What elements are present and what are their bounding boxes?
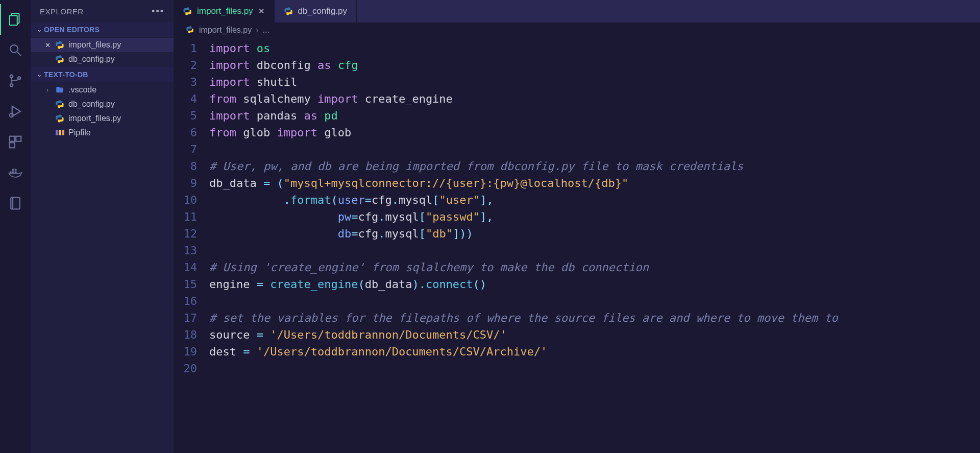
python-icon [55, 114, 64, 123]
activity-bar [0, 0, 31, 453]
activity-search[interactable] [0, 35, 31, 65]
code-line[interactable]: # User, pw, and db are being imported fr… [209, 158, 980, 175]
breadcrumb[interactable]: import_files.py › ... [174, 22, 980, 38]
code-line[interactable]: import shutil [209, 74, 980, 90]
activity-docker[interactable] [0, 157, 31, 188]
code-line[interactable]: from glob import glob [209, 124, 980, 141]
line-number: 12 [174, 225, 197, 242]
code-editor[interactable]: 1234567891011121314151617181920 import o… [174, 38, 980, 453]
line-number: 5 [174, 107, 197, 124]
line-number: 20 [174, 360, 197, 377]
python-icon [55, 40, 64, 50]
tree-file[interactable]: import_files.py [31, 111, 174, 126]
breadcrumb-trail: ... [262, 26, 269, 35]
code-line[interactable]: # Using 'create_engine' from sqlalchemy … [209, 259, 980, 276]
svg-rect-9 [9, 136, 14, 141]
python-icon [183, 7, 192, 16]
line-number: 14 [174, 259, 197, 276]
close-icon[interactable]: ✕ [258, 7, 265, 16]
close-icon[interactable]: ✕ [44, 41, 51, 49]
pipfile-icon [55, 128, 64, 137]
line-number: 16 [174, 293, 197, 309]
line-number: 7 [174, 141, 197, 158]
open-editors-label: OPEN EDITORS [44, 26, 100, 34]
file-name: import_files.py [68, 114, 121, 123]
line-number: 2 [174, 57, 197, 74]
search-icon [8, 42, 23, 58]
python-icon [55, 100, 64, 109]
python-icon [55, 55, 64, 64]
open-editors-header[interactable]: ⌄ OPEN EDITORS [31, 22, 174, 37]
code-line[interactable]: dest = '/Users/toddbrannon/Documents/CSV… [209, 343, 980, 360]
svg-point-4 [10, 75, 13, 78]
file-name: db_config.py [68, 100, 115, 109]
tree-folder[interactable]: › .vscode [31, 83, 174, 97]
line-number: 10 [174, 192, 197, 208]
code-line[interactable]: engine = create_engine(db_data).connect(… [209, 276, 980, 293]
svg-rect-16 [14, 169, 16, 171]
svg-point-8 [9, 113, 13, 117]
code-line[interactable]: # set the variables for the filepaths of… [209, 309, 980, 326]
code-line[interactable] [209, 141, 980, 158]
line-number: 6 [174, 124, 197, 141]
file-name: import_files.py [68, 40, 121, 50]
open-editors-list: ✕ import_files.py db_config.py [31, 37, 174, 67]
explorer-title: EXPLORER [40, 7, 84, 16]
line-number: 13 [174, 242, 197, 259]
tab-db-config[interactable]: db_config.py [275, 0, 357, 22]
code-line[interactable] [209, 293, 980, 309]
breadcrumb-file: import_files.py [199, 26, 252, 35]
line-gutter: 1234567891011121314151617181920 [174, 38, 209, 453]
folder-icon [55, 85, 64, 94]
svg-line-3 [17, 52, 21, 56]
code-line[interactable]: db_data = ("mysql+mysqlconnector://{user… [209, 175, 980, 192]
line-number: 15 [174, 276, 197, 293]
code-line[interactable]: pw=cfg.mysql["passwd"], [209, 208, 980, 225]
line-number: 4 [174, 90, 197, 107]
project-label: TEXT-TO-DB [44, 70, 88, 79]
code-content[interactable]: import osimport dbconfig as cfgimport sh… [209, 38, 980, 453]
svg-rect-1 [9, 16, 17, 26]
tab-import-files[interactable]: import_files.py ✕ [174, 0, 275, 22]
code-line[interactable]: db=cfg.mysql["db"])) [209, 225, 980, 242]
code-line[interactable]: .format(user=cfg.mysql["user"], [209, 192, 980, 208]
project-header[interactable]: ⌄ TEXT-TO-DB [31, 67, 174, 82]
activity-scm[interactable] [0, 65, 31, 96]
line-number: 1 [174, 40, 197, 57]
svg-rect-15 [12, 169, 14, 171]
line-number: 18 [174, 326, 197, 343]
code-line[interactable]: import dbconfig as cfg [209, 57, 980, 74]
notebook-icon [8, 196, 23, 211]
tree-file[interactable]: db_config.py [31, 97, 174, 111]
line-number: 11 [174, 208, 197, 225]
code-line[interactable]: source = '/Users/toddbrannon/Documents/C… [209, 326, 980, 343]
chevron-down-icon: ⌄ [35, 71, 44, 78]
line-number: 8 [174, 158, 197, 175]
run-debug-icon [8, 104, 23, 119]
tab-label: db_config.py [298, 6, 347, 16]
code-line[interactable] [209, 242, 980, 259]
chevron-down-icon: ⌄ [35, 26, 44, 33]
code-line[interactable]: import pandas as pd [209, 107, 980, 124]
editor-tabs: import_files.py ✕ db_config.py [174, 0, 980, 22]
tab-label: import_files.py [197, 6, 253, 16]
activity-run[interactable] [0, 96, 31, 127]
editor-area: import_files.py ✕ db_config.py import_fi… [174, 0, 980, 453]
line-number: 3 [174, 74, 197, 90]
line-number: 9 [174, 175, 197, 192]
code-line[interactable]: from sqlalchemy import create_engine [209, 90, 980, 107]
code-line[interactable] [209, 360, 980, 377]
open-editor-item[interactable]: db_config.py [31, 52, 174, 66]
activity-extensions[interactable] [0, 127, 31, 157]
activity-notebook[interactable] [0, 188, 31, 219]
svg-point-5 [10, 84, 13, 87]
tree-file[interactable]: Pipfile [31, 126, 174, 140]
open-editor-item[interactable]: ✕ import_files.py [31, 38, 174, 52]
chevron-right-icon: › [44, 87, 51, 93]
explorer-sidebar: EXPLORER ••• ⌄ OPEN EDITORS ✕ import_fil… [31, 0, 174, 453]
svg-point-2 [10, 45, 18, 53]
more-icon[interactable]: ••• [152, 6, 164, 17]
activity-explorer[interactable] [0, 4, 31, 35]
code-line[interactable]: import os [209, 40, 980, 57]
explorer-header: EXPLORER ••• [31, 0, 174, 22]
